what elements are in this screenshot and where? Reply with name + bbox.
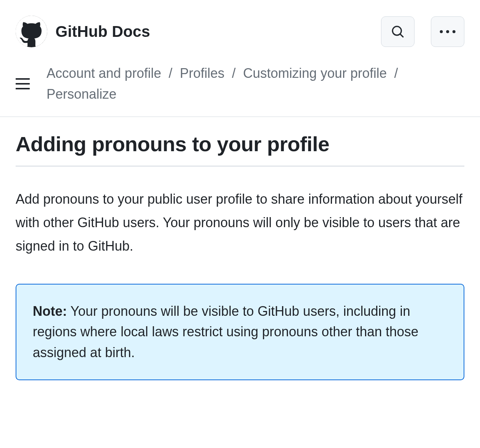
main-content: Adding pronouns to your profile Add pron… xyxy=(0,117,480,399)
more-menu-button[interactable] xyxy=(431,16,464,47)
breadcrumb-nav: Account and profile / Profiles / Customi… xyxy=(0,58,480,117)
note-body: Your pronouns will be visible to GitHub … xyxy=(33,304,419,360)
site-header: GitHub Docs xyxy=(0,0,480,58)
breadcrumb-link[interactable]: Profiles xyxy=(180,66,224,81)
kebab-horizontal-icon xyxy=(440,30,455,33)
breadcrumb-separator-icon: / xyxy=(394,66,398,81)
hamburger-menu-icon[interactable] xyxy=(16,76,30,91)
search-icon xyxy=(391,25,404,38)
site-title[interactable]: GitHub Docs xyxy=(55,23,150,41)
breadcrumb-link[interactable]: Customizing your profile xyxy=(243,66,387,81)
breadcrumb-link[interactable]: Personalize xyxy=(47,86,116,102)
breadcrumb-link[interactable]: Account and profile xyxy=(47,66,161,81)
intro-paragraph: Add pronouns to your public user profile… xyxy=(16,187,464,258)
note-label: Note: xyxy=(33,304,67,319)
breadcrumb: Account and profile / Profiles / Customi… xyxy=(47,63,464,105)
breadcrumb-separator-icon: / xyxy=(232,66,236,81)
header-actions xyxy=(381,16,464,47)
page-title: Adding pronouns to your profile xyxy=(16,132,464,166)
github-logo-icon[interactable] xyxy=(16,16,47,47)
search-button[interactable] xyxy=(381,16,415,47)
note-text: Note: Your pronouns will be visible to G… xyxy=(33,301,447,363)
breadcrumb-separator-icon: / xyxy=(169,66,172,81)
note-callout: Note: Your pronouns will be visible to G… xyxy=(16,284,464,380)
header-left: GitHub Docs xyxy=(16,16,150,47)
